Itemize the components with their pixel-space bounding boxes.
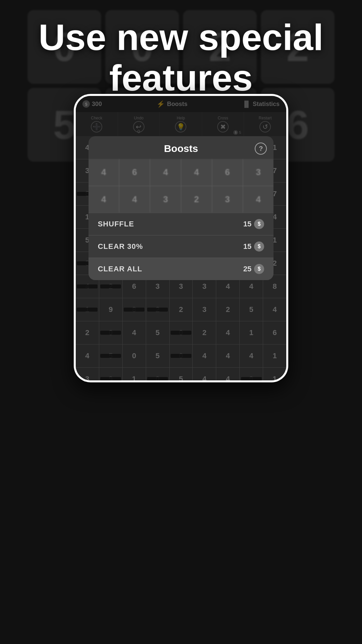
clear30-coin-icon: $: [254, 241, 264, 252]
preview-cell: 4: [243, 186, 274, 213]
clearall-boost-price: 25 $: [243, 264, 264, 274]
preview-cell: 6: [212, 159, 243, 186]
preview-cell: 3: [150, 186, 181, 213]
clear30-boost-row[interactable]: CLEAR 30% 15 $: [88, 235, 274, 258]
boosts-panel: Boosts ? 464463443234 SHUFFLE 15 $: [88, 136, 274, 280]
shuffle-cost-value: 15: [243, 220, 251, 228]
hero-title: Use new special features: [20, 17, 342, 98]
help-question-icon: ?: [259, 145, 263, 153]
preview-cell: 2: [181, 186, 212, 213]
preview-cell: 4: [119, 186, 150, 213]
boosts-help-button[interactable]: ?: [255, 143, 267, 155]
phone-frame: $ 300 ⚡ Boosts ▐▌ Statistics Check ➕ Und…: [74, 94, 288, 382]
clear30-boost-price: 15 $: [243, 241, 264, 252]
clear30-boost-name: CLEAR 30%: [98, 242, 143, 251]
boosts-header: Boosts ?: [88, 143, 274, 159]
clearall-boost-row[interactable]: CLEAR ALL 25 $: [88, 258, 274, 280]
shuffle-coin-icon: $: [254, 219, 264, 229]
preview-cell: 4: [150, 159, 181, 186]
clearall-coin-icon: $: [254, 264, 264, 274]
boosts-overlay: Boosts ? 464463443234 SHUFFLE 15 $: [76, 96, 286, 380]
preview-cell: 6: [119, 159, 150, 186]
clear30-cost-value: 15: [243, 242, 251, 251]
shuffle-boost-price: 15 $: [243, 219, 264, 229]
preview-cell: 3: [212, 186, 243, 213]
phone-inner: $ 300 ⚡ Boosts ▐▌ Statistics Check ➕ Und…: [76, 96, 286, 380]
preview-cell: 3: [243, 159, 274, 186]
shuffle-boost-name: SHUFFLE: [98, 220, 134, 228]
grid-preview: 464463443234: [88, 159, 274, 213]
boosts-panel-title: Boosts: [164, 143, 198, 154]
shuffle-boost-row[interactable]: SHUFFLE 15 $: [88, 213, 274, 235]
hero-section: Use new special features: [0, 17, 362, 98]
preview-grid-inner: 464463443234: [88, 159, 274, 213]
clearall-cost-value: 25: [243, 265, 251, 273]
preview-cell: 4: [181, 159, 212, 186]
preview-cell: 4: [88, 186, 119, 213]
preview-cell: 4: [88, 159, 119, 186]
clearall-boost-name: CLEAR ALL: [98, 265, 142, 273]
